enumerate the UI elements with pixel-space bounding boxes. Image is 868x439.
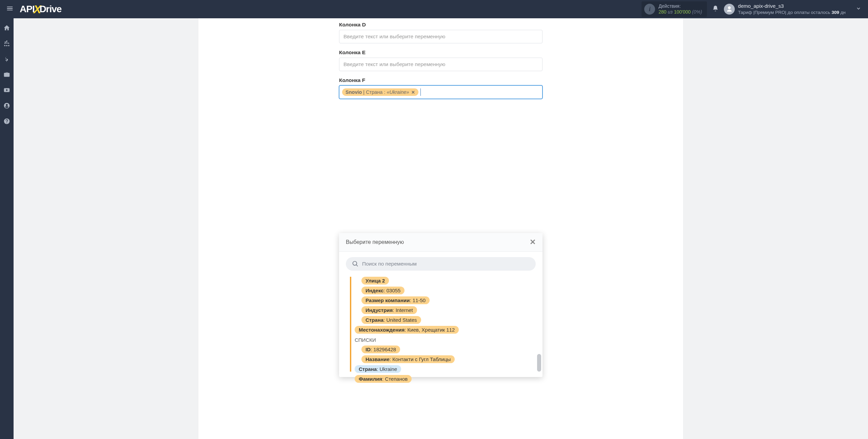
sidebar-item-help[interactable] (3, 118, 10, 126)
dropdown-wrapper: Выберите переменную ✕ Улица 2Индекс: 030… (339, 231, 542, 245)
variable-item[interactable]: Местонахождения: Киев, Хрещатик 112 (355, 326, 459, 334)
hamburger-icon (6, 5, 14, 12)
dropdown-header: Выберите переменную ✕ (339, 233, 542, 252)
notifications-button[interactable] (712, 5, 719, 13)
layout: Колонка D Колонка E Колонка F Snovio | С… (0, 18, 868, 439)
help-icon (3, 118, 10, 125)
actions-label: Действия: (658, 3, 702, 9)
variable-item[interactable]: Страна: United States (361, 316, 421, 324)
field-d: Колонка D (339, 22, 542, 43)
user-text: demo_apix-drive_s3 Тариф |Премиум PRO| д… (738, 3, 846, 15)
logo[interactable]: API X Drive (20, 3, 61, 16)
field-input-e[interactable] (339, 58, 542, 71)
bell-icon (712, 5, 719, 12)
actions-total: 100'000 (674, 9, 691, 15)
variable-section-label: СПИСКИ (355, 336, 376, 343)
top-header: API X Drive i Действия: 280 из 100'000 (… (0, 0, 868, 18)
dropdown-scrollbar[interactable] (537, 354, 541, 372)
briefcase-icon (3, 71, 10, 78)
field-input-d[interactable] (339, 30, 542, 43)
variable-list: Улица 2Индекс: 03055Размер компании: 11-… (350, 277, 536, 372)
form-panel: Колонка D Колонка E Колонка F Snovio | С… (198, 18, 683, 439)
actions-of: из (668, 9, 673, 15)
variable-item[interactable]: Индекс: 03055 (361, 287, 405, 294)
actions-text: Действия: 280 из 100'000 (0%) (658, 3, 702, 15)
sidebar-item-briefcase[interactable] (3, 71, 10, 79)
tag-remove[interactable]: ✕ (411, 90, 415, 95)
hamburger-menu-button[interactable] (3, 2, 16, 16)
field-f: Колонка F Snovio | Страна: «Ukraine» ✕ (339, 77, 542, 245)
field-e: Колонка E (339, 49, 542, 71)
variable-item[interactable]: Название: Контакти с Гугл Таблицы (361, 355, 455, 363)
dropdown-body: Улица 2Индекс: 03055Размер компании: 11-… (339, 252, 542, 377)
avatar (724, 4, 735, 15)
variable-item[interactable]: Размер компании: 11-50 (361, 296, 430, 304)
logo-drive: Drive (39, 4, 61, 15)
field-label-e: Колонка E (339, 49, 542, 56)
user-circle-icon (3, 102, 10, 109)
variable-item[interactable]: Улица 2 (361, 277, 389, 285)
variable-dropdown: Выберите переменную ✕ Улица 2Индекс: 030… (339, 233, 542, 377)
user-icon (726, 6, 733, 13)
hierarchy-icon (3, 40, 10, 47)
actions-usage-box[interactable]: i Действия: 280 из 100'000 (0%) (642, 1, 707, 17)
youtube-icon (3, 87, 10, 93)
header-right: i Действия: 280 из 100'000 (0%) demo_api… (642, 1, 865, 17)
dollar-icon (3, 56, 10, 62)
actions-percent: (0%) (692, 9, 702, 15)
logo-api: API (20, 4, 35, 15)
variable-item[interactable]: ID: 18296428 (361, 346, 400, 353)
home-icon (3, 24, 10, 31)
sidebar-item-home[interactable] (3, 24, 10, 33)
field-label-d: Колонка D (339, 22, 542, 28)
form-inner: Колонка D Колонка E Колонка F Snovio | С… (339, 22, 542, 257)
actions-values: 280 из 100'000 (0%) (658, 9, 702, 15)
variable-search[interactable] (346, 257, 536, 271)
variable-item[interactable]: Индустрия: Internet (361, 306, 417, 314)
field-input-f[interactable]: Snovio | Страна: «Ukraine» ✕ (339, 85, 542, 99)
header-left: API X Drive (3, 2, 61, 16)
sidebar-item-billing[interactable] (3, 56, 10, 64)
text-cursor (420, 88, 421, 96)
variable-search-input[interactable] (362, 261, 530, 267)
user-name: demo_apix-drive_s3 (738, 3, 846, 9)
sidebar-item-account[interactable] (3, 102, 10, 110)
chevron-down-icon (856, 6, 861, 11)
variable-tag[interactable]: Snovio | Страна: «Ukraine» ✕ (342, 88, 418, 96)
user-plan: Тариф |Премиум PRO| до оплаты осталось 3… (738, 9, 846, 16)
sidebar (0, 18, 14, 439)
search-icon (352, 260, 359, 267)
main-area: Колонка D Колонка E Колонка F Snovio | С… (14, 18, 868, 439)
sidebar-item-connections[interactable] (3, 40, 10, 48)
variable-item[interactable]: Страна: Ukraine (355, 365, 401, 373)
user-chevron (849, 6, 861, 13)
sidebar-item-video[interactable] (3, 87, 10, 95)
dropdown-close-button[interactable]: ✕ (530, 238, 536, 247)
info-icon: i (644, 4, 655, 15)
field-label-f: Колонка F (339, 77, 542, 83)
dropdown-title: Выберите переменную (346, 239, 404, 245)
actions-used: 280 (658, 9, 666, 15)
variable-item[interactable]: Фамилия: Степанов (355, 375, 412, 383)
user-menu[interactable]: demo_apix-drive_s3 Тариф |Премиум PRO| д… (724, 3, 865, 15)
